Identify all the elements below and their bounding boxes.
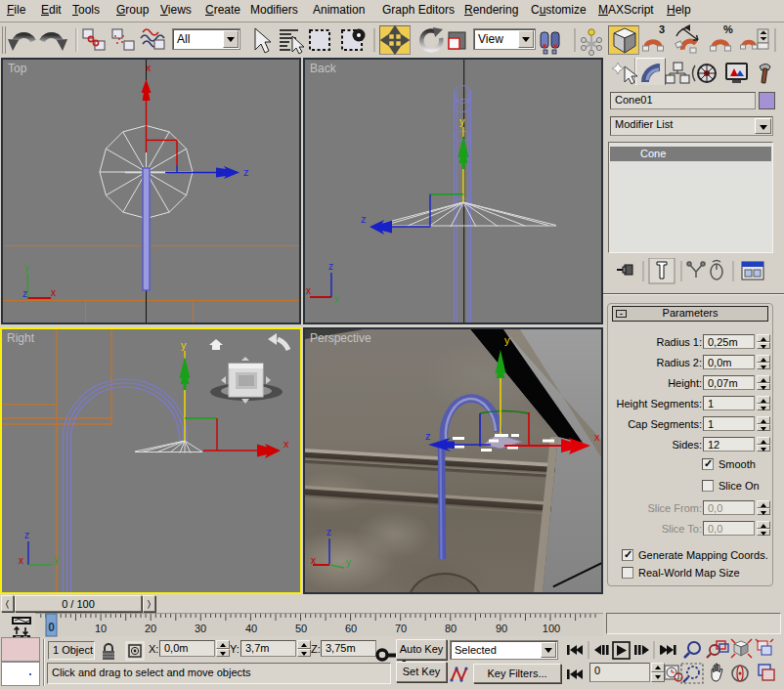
svg-text:x: x [306,285,311,296]
svg-text:y: y [181,339,187,351]
svg-text:y: y [334,292,339,303]
svg-text:x: x [146,62,152,73]
svg-text:10: 10 [95,623,107,634]
svg-text:x: x [51,287,56,298]
svg-text:70: 70 [395,623,407,634]
svg-text:z: z [328,261,333,272]
svg-text:y: y [504,334,510,346]
svg-text:0: 0 [48,621,55,634]
svg-text:z: z [361,213,367,225]
svg-text:90: 90 [496,623,507,634]
svg-text:x: x [19,555,23,566]
svg-text:20: 20 [145,623,156,634]
svg-text:z: z [22,288,27,299]
svg-text:y: y [54,554,59,565]
svg-text:z: z [425,430,431,442]
svg-text:60: 60 [345,623,357,634]
svg-text:%: % [723,23,733,35]
svg-text:30: 30 [195,623,206,634]
svg-text:y: y [346,557,351,568]
svg-text:z: z [24,530,29,540]
svg-text:50: 50 [295,623,307,634]
svg-text:y: y [24,262,29,273]
svg-text:100: 100 [543,623,560,634]
svg-text:40: 40 [245,623,257,634]
svg-text:z: z [327,527,331,538]
svg-text:z: z [243,166,249,178]
svg-text:x: x [283,438,289,450]
svg-text:3: 3 [659,23,665,35]
svg-text:y: y [459,115,465,127]
svg-text:80: 80 [445,623,457,634]
svg-text:x: x [594,431,600,443]
